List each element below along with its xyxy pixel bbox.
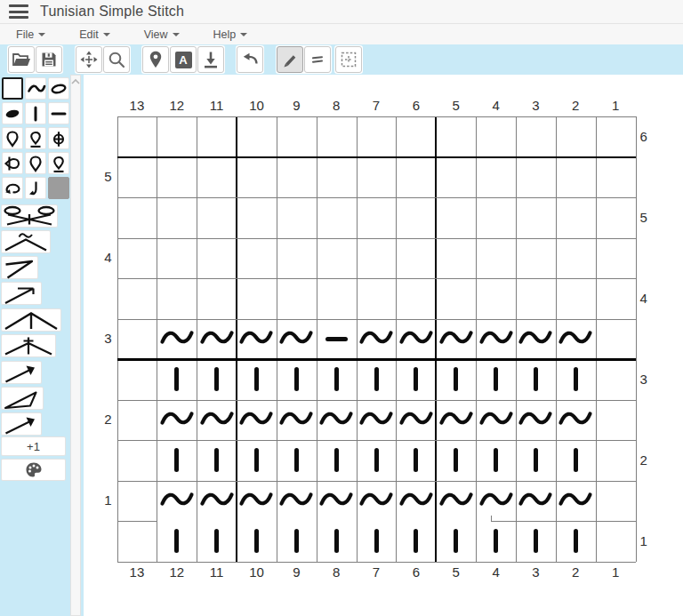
chart-cell[interactable] [197,481,237,522]
chart-cell[interactable] [396,400,436,441]
chart-cell[interactable] [197,319,237,360]
stitch-loop-button[interactable] [2,127,23,149]
chart-cell[interactable] [476,359,516,400]
chart-cell[interactable] [277,400,317,441]
grid-select-button[interactable] [335,46,362,73]
stitch-hook-down-button[interactable] [25,177,46,199]
chart-cell[interactable] [237,319,277,360]
chart-cell[interactable] [317,481,357,522]
chart-cell[interactable] [157,440,197,481]
chart-cell[interactable] [357,400,397,441]
stitch-loop-side-button[interactable] [2,152,23,174]
chart-cell[interactable] [516,521,556,562]
chart-cell[interactable] [197,400,237,441]
chart-cell[interactable] [237,400,277,441]
chart-cell[interactable] [317,440,357,481]
download-button[interactable] [197,46,224,73]
chart-cell[interactable] [396,440,436,481]
stitch-vbar-button[interactable] [25,102,46,124]
chart-cell[interactable] [556,481,596,522]
chart-cell[interactable] [197,521,237,562]
stitch-hook-left-button[interactable] [2,177,23,199]
menu-help[interactable]: Help [205,28,257,41]
chart-cell[interactable] [436,440,476,481]
stitch-tilde-button[interactable] [25,77,46,100]
stitch-loop-underline-button[interactable] [48,152,69,174]
stitch-arrow-up-right-button[interactable] [1,361,42,384]
stitch-chevron-line-button[interactable] [1,308,61,332]
chart-cell[interactable] [317,319,357,360]
equals-button[interactable] [304,46,331,73]
palette-scrollbar[interactable] [70,75,81,616]
chart-cell[interactable] [357,521,397,562]
stitch-triangle-open-button[interactable] [1,387,44,410]
chart-cell[interactable] [237,359,277,400]
stitch-diag-flag-button[interactable] [1,282,42,305]
chart-cell[interactable] [436,481,476,522]
chart-cell[interactable] [237,440,277,481]
chart-cell[interactable] [157,319,197,360]
chart-cell[interactable] [436,319,476,360]
chart-cell[interactable] [277,521,317,562]
chart-cell[interactable] [516,400,556,441]
chart-cell[interactable] [556,319,596,360]
stitch-cluster-bowtie-button[interactable] [1,204,58,228]
chart-cell[interactable] [157,481,197,522]
hamburger-menu-icon[interactable] [9,4,28,19]
location-pin-button[interactable] [142,46,169,73]
stitch-gray-square-button[interactable] [48,177,69,199]
chart-cell[interactable] [476,400,516,441]
chart-cell[interactable] [357,359,397,400]
chart-cell[interactable] [197,440,237,481]
stitch-angle-seven-button[interactable] [1,256,38,279]
chart-cell[interactable] [157,359,197,400]
stitch-chevron-cross-button[interactable] [1,334,56,357]
chart-cell[interactable] [396,481,436,522]
chart-cell[interactable] [277,319,317,360]
chart-cell[interactable] [197,359,237,400]
stitch-blank-button[interactable] [2,77,23,100]
chart-cell[interactable] [476,440,516,481]
chart-cell[interactable] [357,481,397,522]
chart-cell[interactable] [396,521,436,562]
chart-cell[interactable] [157,521,197,562]
chart-cell[interactable] [317,359,357,400]
chart-cell[interactable] [396,319,436,360]
stitch-oval-filled-button[interactable] [2,102,23,124]
open-folder-button[interactable] [8,46,35,73]
stitch-arrow-up-right-button[interactable] [1,412,42,436]
chart-cell[interactable] [396,359,436,400]
stitch-loop-underline-button[interactable] [25,127,46,149]
undo-button[interactable] [237,46,263,73]
chart-cell[interactable] [556,440,596,481]
scroll-up-arrow-icon[interactable] [71,78,80,85]
stitch-hbar-button[interactable] [48,102,69,124]
chart-cell[interactable] [157,400,197,441]
chart-cell[interactable] [277,359,317,400]
chart-cell[interactable] [516,359,556,400]
chart-cell[interactable] [277,440,317,481]
move-button[interactable] [76,46,102,73]
text-a-button[interactable]: A [170,46,197,73]
chart-cell[interactable] [357,319,397,360]
save-button[interactable] [36,46,62,73]
chart-cell[interactable] [357,440,397,481]
stitch-loop-button[interactable] [25,152,46,174]
chart-cell[interactable] [476,521,516,562]
add-row-button[interactable]: +1 [1,436,66,456]
chart-cell[interactable] [237,521,277,562]
menu-edit[interactable]: Edit [70,28,119,41]
chart-cell[interactable] [556,359,596,400]
chart-cell[interactable] [277,481,317,522]
pencil-button[interactable] [277,46,303,73]
chart-cell[interactable] [317,400,357,441]
menu-view[interactable]: View [135,28,189,41]
menu-file[interactable]: File [7,28,54,41]
chart-cell[interactable] [516,481,556,522]
chart-cell[interactable] [436,359,476,400]
chart-cell[interactable] [516,319,556,360]
chart-cell[interactable] [436,521,476,562]
chart-cell[interactable] [237,481,277,522]
chart-cell[interactable] [317,521,357,562]
chart-cell[interactable] [556,400,596,441]
